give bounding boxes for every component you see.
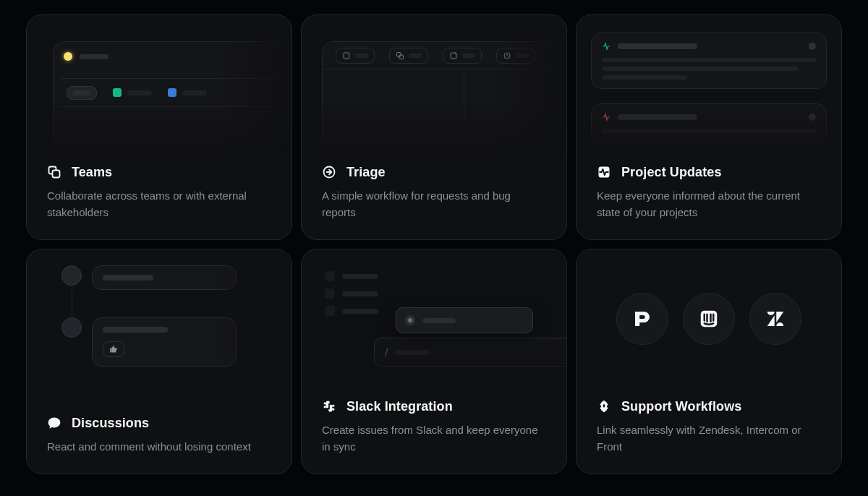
card-teams[interactable]: Teams Collaborate across teams or with e…: [26, 14, 292, 240]
check-icon: [113, 88, 122, 97]
project-updates-icon: [597, 165, 611, 179]
illustration-teams: [27, 15, 292, 157]
avatar-icon: [61, 317, 82, 338]
support-workflows-icon: [597, 399, 611, 414]
card-discussions[interactable]: Discussions React and comment without lo…: [26, 249, 292, 474]
illustration-updates: [576, 15, 841, 157]
square-icon: [168, 88, 176, 97]
slack-command-popover: [396, 307, 533, 333]
activity-icon: [602, 113, 610, 121]
illustration-triage: [302, 15, 566, 157]
svg-rect-1: [53, 171, 60, 178]
card-desc: A simple workflow for requests and bug r…: [322, 187, 546, 221]
card-title: Support Workflows: [621, 399, 741, 414]
svg-rect-3: [397, 52, 401, 56]
slack-icon: [322, 399, 336, 414]
card-desc: Create issues from Slack and keep everyo…: [322, 422, 546, 456]
front-logo-icon: [616, 293, 668, 345]
intercom-logo-icon: [683, 293, 735, 345]
illustration-support: [576, 249, 841, 391]
card-title: Teams: [72, 165, 112, 180]
card-title: Discussions: [72, 416, 149, 431]
card-desc: React and comment without losing context: [47, 438, 271, 455]
triage-icon: [322, 165, 336, 179]
illustration-slack: /: [302, 249, 566, 391]
lightbulb-icon: [64, 52, 72, 61]
feature-grid: Teams Collaborate across teams or with e…: [0, 0, 868, 489]
slash-command-prefix: /: [385, 346, 388, 359]
card-title: Slack Integration: [346, 399, 453, 414]
card-triage[interactable]: Triage A simple workflow for requests an…: [301, 14, 567, 240]
discussions-icon: [47, 416, 61, 430]
linear-app-icon: [405, 315, 415, 325]
card-slack-integration[interactable]: / Slack Integration Create issues from S…: [301, 249, 567, 474]
card-title: Triage: [346, 165, 386, 180]
zendesk-logo-icon: [749, 293, 801, 345]
card-support-workflows[interactable]: Support Workflows Link seamlessly with Z…: [576, 249, 842, 474]
card-desc: Collaborate across teams or with externa…: [47, 187, 271, 221]
card-project-updates[interactable]: Project Updates Keep everyone informed a…: [576, 14, 842, 240]
svg-rect-2: [344, 53, 349, 59]
avatar-icon: [61, 265, 82, 286]
svg-rect-4: [399, 55, 404, 59]
teams-icon: [47, 165, 61, 179]
reaction-thumbs-up: [103, 341, 124, 357]
illustration-discussions: [27, 249, 292, 391]
activity-icon: [602, 42, 610, 51]
card-title: Project Updates: [621, 165, 722, 180]
card-desc: Keep everyone informed about the current…: [597, 187, 821, 221]
card-desc: Link seamlessly with Zendesk, Intercom o…: [597, 422, 821, 456]
